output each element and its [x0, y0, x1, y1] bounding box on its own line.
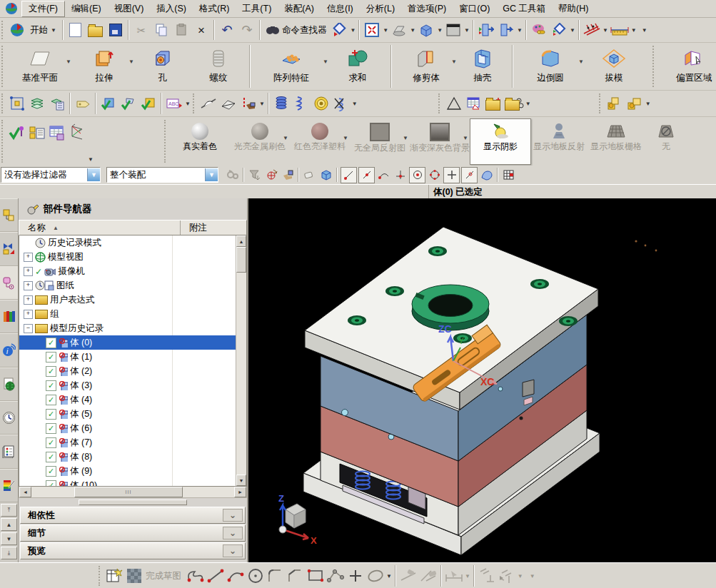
part-navigator-tab[interactable] [0, 266, 18, 300]
chevron-down-icon[interactable]: ▼ [463, 135, 468, 141]
snap-point-on-face-toggle[interactable] [479, 168, 494, 183]
chevron-down-icon[interactable]: ▼ [517, 27, 523, 34]
trim-body-button[interactable]: ▼ 修剪体 [394, 43, 458, 90]
scrollbar-thumb[interactable] [236, 247, 246, 273]
edge-blend-button[interactable]: ▼ 边倒圆 [515, 43, 585, 90]
sort-ascending-icon[interactable]: ▲ [53, 225, 59, 231]
scroll-top-button[interactable]: ⤒ [1, 504, 17, 517]
chevron-down-icon[interactable]: ▼ [51, 27, 56, 34]
view-orient-button[interactable] [67, 123, 87, 143]
tree-item-body-8[interactable]: ✓体 (8) [19, 450, 246, 464]
inferred-dimension-button[interactable] [444, 566, 464, 586]
tree-item-body-9[interactable]: ✓体 (9) [19, 464, 246, 478]
visualization-tab[interactable] [0, 469, 18, 502]
chevron-down-icon[interactable]: ▼ [383, 27, 388, 34]
navigator-tree[interactable]: 历史记录模式 + 模型视图 + ✓ 摄像机 + 图纸 [19, 235, 247, 487]
collapse-icon[interactable]: − [24, 324, 33, 333]
show-shadow-button[interactable]: 显示阴影 [470, 118, 531, 165]
tree-item-model-history[interactable]: − 模型历史记录 [19, 321, 246, 335]
toolbar-grip[interactable] [164, 120, 168, 163]
checkbox-checked-icon[interactable]: ✓ [46, 409, 56, 420]
chevron-down-icon[interactable]: ▼ [464, 27, 470, 34]
panel-splitter[interactable] [19, 498, 247, 507]
menu-edit[interactable]: 编辑(E) [65, 1, 108, 16]
immersive-button[interactable] [496, 20, 516, 40]
thread-button[interactable]: 螺纹 [190, 43, 247, 90]
history-tab[interactable] [0, 368, 18, 401]
menu-help[interactable]: 帮助(H) [552, 1, 595, 16]
constraints-button[interactable] [582, 20, 602, 40]
assembly-load-button[interactable] [605, 93, 625, 113]
verify-button[interactable] [138, 93, 158, 113]
expand-icon[interactable]: + [24, 267, 33, 276]
select-bounds-button[interactable] [7, 93, 27, 113]
profile-button[interactable] [186, 566, 206, 586]
chevron-down-icon[interactable]: ⌄ [223, 509, 243, 522]
display-cube-button[interactable] [416, 20, 436, 40]
no-global-reflection-button[interactable]: 无全局反射图 ▼ [350, 119, 410, 164]
menu-gc-toolbox[interactable]: GC 工具箱 [496, 1, 552, 16]
rectangle-button[interactable] [306, 566, 326, 586]
render-style-button[interactable] [389, 20, 409, 40]
snap-control-point-toggle[interactable] [376, 168, 391, 183]
none-button[interactable]: 无 [645, 119, 687, 164]
tag-button[interactable] [73, 93, 93, 113]
chevron-down-icon[interactable]: ▼ [259, 101, 265, 107]
toolbar-grip[interactable] [599, 93, 603, 113]
datum-csys-button[interactable] [238, 93, 258, 113]
chevron-down-icon[interactable]: ▼ [645, 101, 651, 107]
chevron-down-icon[interactable]: ▼ [451, 59, 457, 65]
menu-preferences[interactable]: 首选项(P) [401, 1, 453, 16]
coil-yellow-button[interactable] [311, 93, 331, 113]
visualization-button[interactable] [549, 20, 569, 40]
chevron-down-icon[interactable]: ▼ [66, 59, 71, 65]
folder-options-button[interactable] [504, 93, 525, 113]
command-finder-button[interactable]: 命令查找器 [263, 24, 330, 36]
delete-button[interactable]: × [191, 20, 211, 40]
chevron-down-icon[interactable]: ▼ [631, 27, 637, 34]
menu-analysis[interactable]: 分析(L) [360, 1, 401, 16]
chevron-down-icon[interactable]: ⌄ [223, 527, 243, 539]
layer-stack-button[interactable] [27, 93, 47, 113]
snap-intersection-toggle[interactable] [393, 168, 408, 183]
toolbar-grip[interactable] [652, 46, 657, 87]
datum-plane-button[interactable]: ▼ 基准平面 [7, 43, 73, 90]
tree-horizontal-scrollbar[interactable]: ◄ III ► [19, 487, 247, 498]
column-note[interactable]: 附注 [181, 220, 246, 235]
snap-midpoint-toggle[interactable] [358, 167, 375, 183]
checkbox-checked-icon[interactable]: ✓ [46, 380, 56, 391]
draft-button[interactable]: 拔模 [585, 43, 642, 90]
dependencies-panel-header[interactable]: 相依性 ⌄ [20, 507, 246, 524]
snap-rotate-point-button[interactable] [263, 168, 278, 183]
nx-start-icon[interactable] [7, 20, 27, 40]
save-button[interactable] [106, 20, 126, 40]
extrude-button[interactable]: ▼ 拉伸 [73, 43, 136, 90]
sequence-table-button[interactable] [47, 123, 67, 143]
checkbox-checked-icon[interactable]: ✓ [46, 452, 56, 462]
new-file-button[interactable] [66, 20, 86, 40]
checkbox-checked-icon[interactable]: ✓ [46, 352, 56, 363]
checkbox-checked-icon[interactable]: ✓ [46, 395, 56, 405]
details-panel-header[interactable]: 细节 ⌄ [20, 524, 246, 542]
menu-view[interactable]: 视图(V) [108, 1, 151, 16]
general-selection-button[interactable] [225, 168, 240, 183]
toolbar-grip[interactable] [1, 120, 6, 163]
sketch-b-button[interactable] [218, 93, 238, 113]
redo-button[interactable]: ↷ [237, 20, 257, 40]
background-button[interactable] [443, 20, 463, 40]
toolbar-overflow-icon[interactable]: ▼ [642, 27, 647, 34]
floor-grid-button[interactable]: 显示地板栅格 [587, 119, 645, 164]
finish-sketch-button[interactable] [124, 566, 144, 586]
assembly-seq-button[interactable] [27, 123, 47, 143]
chevron-down-icon[interactable]: ▼ [465, 573, 470, 579]
scroll-bottom-button[interactable]: ⤓ [1, 547, 17, 559]
scrollbar-thumb[interactable]: III [74, 487, 183, 497]
undo-button[interactable]: ↶ [217, 20, 237, 40]
text-button[interactable]: ABC [164, 93, 184, 113]
tree-item-history-mode[interactable]: 历史记录模式 [19, 235, 246, 250]
layer-settings-button[interactable] [47, 93, 67, 113]
spring-delete-button[interactable] [331, 93, 351, 113]
graphics-viewport[interactable]: ZC Y XC Z X [248, 198, 716, 562]
triangle-button[interactable] [444, 93, 464, 113]
chamfer-button[interactable] [286, 566, 306, 586]
